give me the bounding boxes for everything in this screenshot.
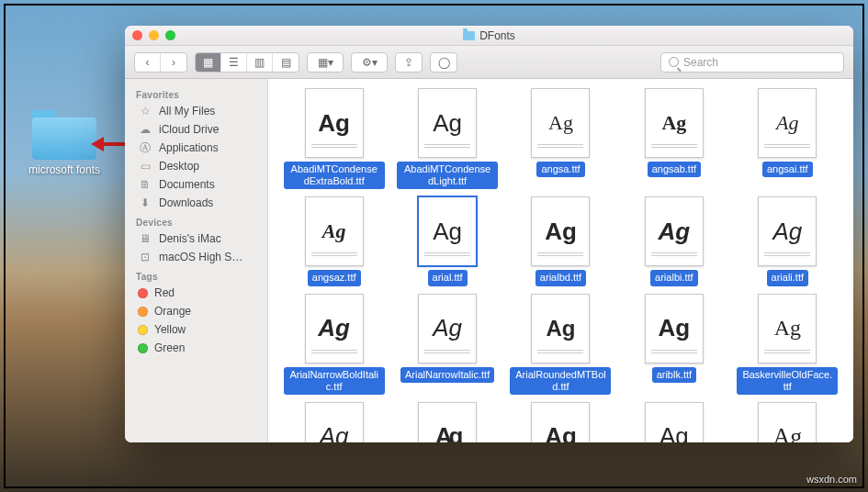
sidebar-item-label: Desktop: [159, 160, 199, 173]
favorites-header: Favorites: [125, 84, 267, 102]
share-button[interactable]: ⇪: [396, 53, 422, 72]
file-item[interactable]: AgArialNarrowBoldItalic.ttf: [283, 294, 385, 395]
back-button[interactable]: ‹: [135, 53, 161, 72]
sidebar-item-icloud-drive[interactable]: ☁iCloud Drive: [125, 120, 267, 139]
file-thumbnail[interactable]: Ag: [531, 294, 590, 363]
minimize-button[interactable]: [149, 30, 159, 40]
file-name-label: ariali.ttf: [767, 270, 808, 285]
column-view-button[interactable]: ▥: [247, 53, 273, 72]
icon-view-button[interactable]: ▦: [196, 53, 221, 72]
sidebar-tag-orange[interactable]: Orange: [125, 302, 267, 320]
arrange-group: ▦▾: [307, 52, 344, 73]
action-group: ⚙▾: [351, 52, 388, 73]
documents-icon: 🗎: [138, 178, 152, 191]
file-thumbnail[interactable]: Ag: [645, 196, 704, 266]
action-button[interactable]: ⚙▾: [352, 53, 387, 72]
window-title: DFonts: [125, 29, 853, 42]
file-item[interactable]: Ag: [623, 402, 725, 442]
folder-icon: [463, 31, 475, 40]
maximize-button[interactable]: [165, 30, 175, 40]
folder-icon: [32, 110, 96, 160]
sidebar-item-all-my-files[interactable]: ☆All My Files: [125, 102, 267, 120]
file-item[interactable]: Agangsab.ttf: [623, 88, 725, 189]
content-area[interactable]: AgAbadiMTCondensedExtraBold.ttfAgAbadiMT…: [268, 79, 853, 442]
sidebar-tag-yellow[interactable]: Yellow: [125, 320, 267, 339]
sidebar-tag-red[interactable]: Red: [125, 284, 267, 302]
file-item[interactable]: AgArialNarrowItalic.ttf: [396, 294, 498, 395]
watermark: wsxdn.com: [806, 474, 857, 485]
devices-header: Devices: [125, 212, 267, 229]
sidebar-item-label: All My Files: [159, 105, 215, 117]
file-thumbnail[interactable]: Ag: [531, 402, 590, 442]
file-item[interactable]: AgArialRoundedMTBold.ttf: [510, 294, 612, 395]
file-item[interactable]: Agangsaz.ttf: [283, 196, 385, 285]
finder-window: DFonts ‹ › ▦ ☰ ▥ ▤ ▦▾ ⚙▾ ⇪ ◯ Search: [125, 26, 853, 442]
file-item[interactable]: Agarialbi.ttf: [623, 196, 725, 285]
titlebar[interactable]: DFonts: [125, 26, 853, 46]
file-thumbnail[interactable]: Ag: [531, 196, 590, 266]
file-thumbnail[interactable]: Ag: [758, 196, 817, 266]
close-button[interactable]: [132, 30, 142, 40]
file-thumbnail[interactable]: Ag: [758, 88, 817, 158]
file-thumbnail[interactable]: Ag: [758, 294, 817, 363]
disk-icon: ⊡: [138, 251, 152, 263]
file-thumbnail[interactable]: Ag: [645, 294, 704, 363]
file-thumbnail[interactable]: Ag: [645, 88, 704, 158]
file-name-label: angsab.ttf: [648, 162, 701, 177]
file-item[interactable]: AgAbadiMTCondensedExtraBold.ttf: [283, 88, 385, 189]
file-item[interactable]: Agariali.ttf: [737, 196, 839, 285]
sidebar-item-device[interactable]: 🖥Denis's iMac: [125, 229, 267, 248]
sidebar-tag-green[interactable]: Green: [125, 339, 267, 357]
file-item[interactable]: Ag: [283, 402, 385, 442]
file-thumbnail[interactable]: Ag: [305, 196, 364, 266]
file-item[interactable]: Agarial.ttf: [396, 196, 498, 285]
file-item[interactable]: Agangsai.ttf: [737, 88, 839, 189]
file-thumbnail[interactable]: Ag: [645, 402, 704, 442]
file-thumbnail[interactable]: Ag: [418, 196, 477, 266]
gallery-view-button[interactable]: ▤: [273, 53, 299, 72]
file-item[interactable]: AgAbadiMTCondensedLight.ttf: [396, 88, 498, 189]
file-item[interactable]: Ag: [510, 402, 612, 442]
file-name-label: arialbd.ttf: [535, 270, 586, 285]
view-buttons: ▦ ☰ ▥ ▤: [195, 52, 299, 73]
file-name-label: AbadiMTCondensedExtraBold.ttf: [284, 162, 385, 189]
file-thumbnail[interactable]: Ag: [531, 88, 590, 158]
file-name-label: arial.ttf: [428, 270, 468, 285]
file-thumbnail[interactable]: Ag: [305, 88, 364, 158]
list-view-button[interactable]: ☰: [221, 53, 247, 72]
file-name-label: angsai.ttf: [762, 162, 813, 177]
sidebar-item-documents[interactable]: 🗎Documents: [125, 175, 267, 194]
downloads-icon: ⬇: [138, 196, 152, 209]
sidebar-item-applications[interactable]: ⒶApplications: [125, 139, 267, 157]
desktop-icon: ▭: [138, 160, 152, 173]
sidebar-item-label: Applications: [159, 141, 219, 154]
file-thumbnail[interactable]: Ag: [305, 294, 364, 363]
file-item[interactable]: Agariblk.ttf: [623, 294, 725, 395]
arrange-button[interactable]: ▦▾: [308, 53, 343, 72]
file-name-label: arialbi.ttf: [650, 270, 698, 285]
all-files-icon: ☆: [138, 105, 152, 117]
sidebar-item-label: Green: [154, 341, 185, 354]
file-thumbnail[interactable]: Ag: [418, 402, 477, 442]
file-item[interactable]: Agangsa.ttf: [510, 88, 612, 189]
file-item[interactable]: AgBaskervilleOldFace.ttf: [737, 294, 839, 395]
sidebar-item-label: macOS High S…: [159, 251, 242, 263]
sidebar-item-desktop[interactable]: ▭Desktop: [125, 157, 267, 175]
file-item[interactable]: Agarialbd.ttf: [510, 196, 612, 285]
sidebar-item-label: Orange: [154, 305, 191, 318]
sidebar-item-downloads[interactable]: ⬇Downloads: [125, 194, 267, 212]
forward-button[interactable]: ›: [161, 53, 186, 72]
cloud-icon: ☁: [138, 123, 152, 136]
tag-dot-icon: [138, 325, 148, 335]
file-thumbnail[interactable]: Ag: [418, 294, 477, 363]
file-thumbnail[interactable]: Ag: [758, 402, 817, 442]
sidebar-item-device[interactable]: ⊡macOS High S…: [125, 248, 267, 266]
file-thumbnail[interactable]: Ag: [418, 88, 477, 158]
file-name-label: AbadiMTCondensedLight.ttf: [397, 162, 498, 189]
file-item[interactable]: Ag: [396, 402, 498, 442]
file-item[interactable]: Ag: [737, 402, 839, 442]
search-field[interactable]: Search: [660, 52, 844, 73]
apps-icon: Ⓐ: [138, 141, 152, 154]
file-thumbnail[interactable]: Ag: [305, 402, 364, 442]
edit-tags-button[interactable]: ◯: [431, 53, 457, 72]
